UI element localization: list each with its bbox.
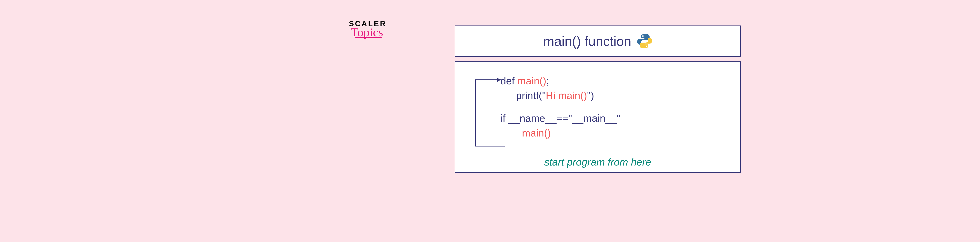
footer-box: start program from here — [455, 151, 741, 173]
call-printf: printf( — [516, 90, 542, 101]
diagram-container: main() function def main(); printf("Hi m… — [455, 25, 741, 173]
code-line-call-main: main() — [471, 126, 729, 140]
code-line-if: if __name__=="__main__" — [471, 111, 729, 126]
python-icon — [637, 33, 652, 49]
code-box: def main(); printf("Hi main()") if __nam… — [455, 61, 741, 151]
if-name-main: if __name__=="__main__" — [500, 113, 620, 124]
function-name-main: main() — [517, 75, 546, 86]
close-paren: ) — [591, 90, 594, 101]
blank-line — [471, 103, 729, 111]
canvas: SCALER Topics main() function def main()… — [0, 0, 980, 242]
close-quote: " — [587, 90, 590, 101]
logo-text-topics: Topics — [351, 25, 410, 39]
semicolon: ; — [546, 75, 549, 86]
code-line-def: def main(); — [471, 73, 729, 88]
open-quote: " — [542, 90, 546, 101]
call-main: main() — [522, 127, 551, 139]
title-box: main() function — [455, 25, 741, 57]
diagram-title: main() function — [543, 33, 631, 49]
flow-arrow — [473, 78, 509, 150]
string-literal: Hi main() — [546, 90, 587, 101]
scaler-topics-logo: SCALER Topics — [349, 20, 408, 38]
footer-caption: start program from here — [544, 156, 651, 168]
code-line-printf: printf("Hi main()") — [471, 88, 729, 103]
